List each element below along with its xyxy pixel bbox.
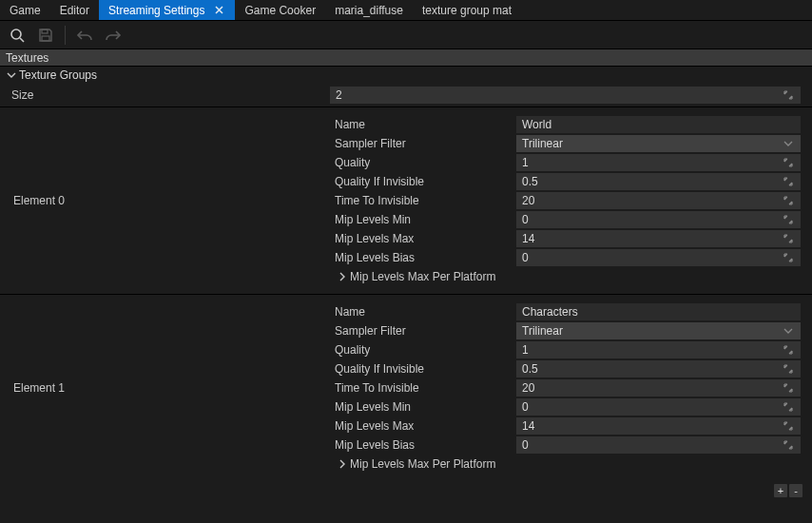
redo-icon (100, 23, 126, 48)
tab-label: Streaming Settings (108, 4, 204, 17)
expand-icon[interactable] (782, 232, 795, 245)
expand-icon[interactable] (782, 343, 795, 357)
field-value: 14 (522, 419, 534, 433)
undo-icon (71, 23, 98, 48)
number-field[interactable]: 0.5 (516, 360, 801, 378)
svg-point-0 (11, 29, 21, 39)
field-value: 0 (522, 251, 529, 264)
number-field[interactable]: 0 (516, 398, 801, 416)
tab-label: Editor (60, 4, 89, 17)
number-field[interactable]: 1 (516, 154, 801, 171)
property-label[interactable]: Mip Levels Max Per Platform (330, 270, 516, 283)
property-label: Quality If Invisible (330, 362, 516, 376)
number-field[interactable]: 0 (516, 436, 801, 454)
toolbar (0, 21, 812, 49)
property-row: Mip Levels Max14 (330, 229, 801, 248)
tab-maria_diffuse[interactable]: maria_diffuse (325, 0, 413, 20)
select-field[interactable]: Trilinear (516, 135, 801, 152)
property-label: Quality If Invisible (330, 175, 516, 188)
element-label: Element 1 (0, 295, 330, 481)
field-value: 14 (522, 232, 534, 245)
property-row: Mip Levels Min0 (330, 397, 801, 416)
property-label: Mip Levels Min (330, 213, 516, 226)
text-field[interactable]: Characters (516, 303, 801, 320)
remove-element-button[interactable]: - (789, 484, 802, 497)
tab-editor[interactable]: Editor (50, 0, 99, 20)
field-value: 0.5 (522, 362, 538, 376)
svg-rect-3 (42, 36, 49, 41)
property-row: Mip Levels Max Per Platform (330, 455, 801, 474)
property-label: Mip Levels Max (330, 232, 516, 245)
tab-streaming-settings[interactable]: Streaming Settings (99, 0, 235, 20)
expand-icon[interactable] (782, 438, 795, 452)
property-label[interactable]: Mip Levels Max Per Platform (330, 457, 516, 471)
expand-icon[interactable] (782, 175, 795, 188)
number-field[interactable]: 0 (516, 249, 801, 266)
expand-icon[interactable] (782, 213, 795, 226)
property-label: Time To Invisible (330, 381, 516, 395)
search-icon[interactable] (4, 23, 30, 48)
property-label: Quality (330, 156, 516, 169)
number-field[interactable]: 14 (516, 417, 801, 435)
property-row: Mip Levels Max14 (330, 416, 801, 436)
tab-game-cooker[interactable]: Game Cooker (235, 0, 325, 20)
property-row: Quality1 (330, 153, 801, 172)
chevron-right-icon[interactable] (337, 271, 348, 282)
expand-icon[interactable] (782, 381, 795, 395)
field-value: 20 (522, 194, 534, 207)
expand-icon[interactable] (782, 156, 795, 169)
element-properties: NameWorldSampler FilterTrilinearQuality1… (330, 107, 812, 294)
field-value: 0 (522, 400, 529, 414)
section-header-textures[interactable]: Textures (0, 49, 812, 67)
expand-icon[interactable] (782, 362, 795, 376)
field-value: Trilinear (522, 324, 563, 338)
tab-label: Game (10, 4, 41, 17)
property-label: Time To Invisible (330, 194, 516, 207)
property-row: Mip Levels Min0 (330, 210, 801, 229)
property-label: Mip Levels Bias (330, 251, 516, 264)
property-row: Sampler FilterTrilinear (330, 321, 801, 340)
property-label: Quality (330, 343, 516, 357)
field-value: 0 (522, 213, 529, 226)
property-row: Quality If Invisible0.5 (330, 359, 801, 378)
chevron-down-icon (6, 69, 17, 81)
svg-line-1 (20, 38, 24, 42)
field-value: 1 (522, 343, 529, 357)
text-field[interactable]: World (516, 116, 801, 133)
elements-container: Element 0NameWorldSampler FilterTrilinea… (0, 107, 812, 481)
field-value: World (522, 118, 551, 131)
property-row: Time To Invisible20 (330, 191, 801, 210)
tree-row-texture-groups[interactable]: Texture Groups (0, 67, 812, 84)
property-label: Name (330, 305, 516, 319)
tab-label: maria_diffuse (335, 4, 403, 17)
property-label: Name (330, 118, 516, 131)
property-label: Mip Levels Max (330, 419, 516, 433)
number-field[interactable]: 20 (516, 379, 801, 397)
property-row: Sampler FilterTrilinear (330, 134, 801, 153)
expand-icon[interactable] (782, 419, 795, 433)
tab-texture-group-mat[interactable]: texture group mat (413, 0, 521, 20)
toolbar-separator (65, 26, 66, 45)
size-field[interactable]: 2 (330, 87, 801, 104)
number-field[interactable]: 14 (516, 230, 801, 247)
element-label: Element 0 (0, 107, 330, 294)
select-field[interactable]: Trilinear (516, 322, 801, 339)
close-icon[interactable] (212, 4, 225, 17)
tree-label: Texture Groups (19, 68, 97, 82)
number-field[interactable]: 0 (516, 211, 801, 228)
expand-icon[interactable] (782, 251, 795, 264)
number-field[interactable]: 20 (516, 192, 801, 209)
expand-icon[interactable] (782, 194, 795, 207)
property-row: Mip Levels Bias0 (330, 436, 801, 455)
chevron-right-icon[interactable] (337, 458, 348, 470)
expand-icon[interactable] (782, 88, 795, 102)
number-field[interactable]: 1 (516, 341, 801, 358)
number-field[interactable]: 0.5 (516, 173, 801, 190)
tab-game[interactable]: Game (0, 0, 50, 20)
expand-icon[interactable] (782, 400, 795, 414)
add-element-button[interactable]: + (774, 484, 787, 497)
chevron-down-icon (782, 137, 795, 150)
property-label: Sampler Filter (330, 324, 516, 338)
property-row: Time To Invisible20 (330, 378, 801, 397)
tab-label: Game Cooker (244, 4, 316, 17)
